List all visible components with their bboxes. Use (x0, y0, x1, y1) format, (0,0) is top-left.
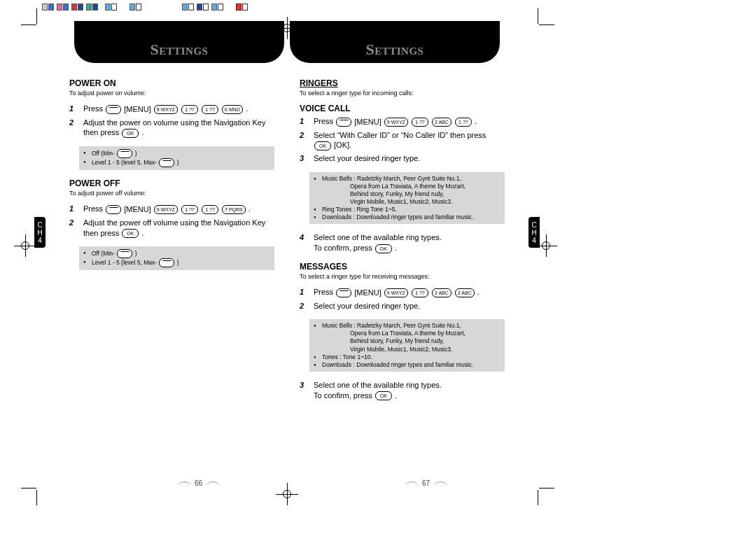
keypad-key-icon: 1 ?? (202, 205, 218, 214)
section-heading-ringers: RINGERS (300, 78, 505, 88)
softkey-icon (336, 118, 351, 127)
step: 2 Adjust the power on volume using the N… (69, 118, 274, 139)
keypad-key-icon: 9 WXYZ (154, 205, 178, 214)
step-number: 2 (300, 130, 308, 151)
keypad-key-icon: 1 ?? (202, 105, 218, 114)
softkey-icon (159, 158, 174, 167)
keypad-key-icon: 1 ?? (412, 288, 428, 297)
step-text: Adjust the power on volume using the Nav… (83, 118, 274, 139)
steps-list: 1 Press [MENU] 9 WXYZ 1 ?? 2 ABC 2 ABC . (300, 287, 505, 311)
step-text: Adjust the power off volume using the Na… (83, 218, 274, 239)
section-heading-messages: MESSAGES (300, 262, 505, 272)
softkey-icon (106, 205, 121, 214)
crop-tick-icon (539, 488, 554, 489)
chapter-letter: C (37, 221, 42, 229)
keypad-key-icon: 1 ?? (181, 205, 198, 214)
keypad-key-icon: 2 ABC (455, 288, 475, 297)
step: 1 Press [MENU] 9 WXYZ 1 ?? 2 ABC 2 ABC . (300, 287, 505, 298)
chapter-number: 4 (532, 237, 536, 244)
chapter-tab: C H 4 (528, 217, 540, 248)
step-text: Press [MENU] 9 WXYZ 1 ?? 2 ABC 1 ?? . (314, 116, 505, 127)
ok-key-icon: OK (314, 141, 331, 150)
chapter-letter: H (531, 229, 536, 237)
manual-spread: Settings C H 4 POWER ON To adjust power … (34, 21, 540, 490)
keypad-key-icon: 9 WXYZ (154, 105, 178, 114)
keypad-key-icon: 2 ABC (432, 118, 451, 127)
step-number: 2 (69, 118, 78, 139)
softkey-icon (117, 149, 132, 158)
keypad-key-icon: 2 ABC (432, 288, 451, 297)
page-title: Settings (366, 41, 424, 59)
chapter-letter: C (531, 221, 536, 229)
step: 2 Select “With Caller ID” or “No Caller … (300, 130, 505, 151)
step-text: Select one of the available ring types. … (314, 380, 505, 401)
registration-mark-icon (14, 234, 36, 257)
section-intro: To select a ringer type for receiving me… (300, 273, 505, 280)
folio-swash-icon (206, 482, 219, 486)
page-body: POWER ON To adjust power on volume: 1 Pr… (69, 76, 274, 470)
keypad-key-icon: 1 ?? (412, 118, 428, 127)
step-text: Select your desired ringer type. (314, 301, 505, 311)
step-number: 1 (69, 104, 78, 115)
softkey-icon (336, 288, 351, 297)
section-intro: To adjust power off volume: (69, 190, 274, 197)
crop-tick-icon (538, 490, 538, 505)
step: 3 Select your desired ringer type. (300, 153, 505, 164)
step-number: 3 (300, 153, 308, 164)
page-canvas: Settings C H 4 POWER ON To adjust power … (0, 0, 756, 534)
softkey-icon (117, 249, 132, 258)
steps-list: 1 Press [MENU] 9 WXYZ 1 ?? 1 ?? 7 PQRS . (69, 204, 274, 238)
folio-swash-icon (178, 482, 190, 486)
crop-tick-icon (36, 490, 37, 505)
ok-key-icon: OK (375, 391, 392, 400)
ok-key-icon: OK (375, 244, 392, 253)
section-intro: To select a ringer type for incoming cal… (300, 90, 505, 97)
chapter-tab: C H 4 (34, 217, 46, 248)
step-number: 2 (69, 218, 78, 239)
chapter-number: 4 (38, 237, 42, 244)
softkey-icon (159, 258, 174, 267)
info-box: Off (Min- ) Level 1 - 5 (level 5, Max- ) (79, 146, 274, 170)
step: 1 Press [MENU] 9 WXYZ 1 ?? 1 ?? 7 PQRS . (69, 204, 274, 215)
chapter-letter: H (37, 229, 42, 237)
folio-number: 67 (422, 479, 430, 487)
step-text: Press [MENU] 9 WXYZ 1 ?? 1 ?? 7 PQRS . (83, 204, 274, 215)
page-body: RINGERS To select a ringer type for inco… (300, 76, 505, 470)
keypad-key-icon: 6 MNO (222, 105, 243, 114)
steps-list: 1 Press [MENU] 9 WXYZ 1 ?? 1 ?? 6 MNO . … (69, 104, 274, 138)
steps-list: 3 Select one of the available ring types… (300, 380, 505, 401)
softkey-icon (106, 105, 121, 114)
keypad-key-icon: 7 PQRS (222, 205, 246, 214)
step: 2 Select your desired ringer type. (300, 301, 505, 311)
step-number: 3 (300, 380, 308, 401)
step-number: 2 (300, 301, 308, 311)
step-number: 1 (300, 287, 308, 298)
steps-list: 4 Select one of the available ring types… (300, 232, 505, 253)
keypad-key-icon: 9 WXYZ (384, 118, 408, 127)
step-text: Select “With Caller ID” or “No Caller ID… (314, 130, 505, 151)
step-number: 4 (300, 232, 308, 253)
section-heading-power-off: POWER OFF (69, 178, 274, 188)
step-text: Select your desired ringer type. (314, 153, 505, 164)
step: 1 Press [MENU] 9 WXYZ 1 ?? 2 ABC 1 ?? . (300, 116, 505, 127)
info-box: Off (Min- ) Level 1 - 5 (level 5, Max- ) (79, 246, 274, 270)
section-heading-power-on: POWER ON (69, 78, 274, 88)
folio-swash-icon (434, 482, 447, 486)
page-number: 67 (300, 479, 552, 487)
section-intro: To adjust power on volume: (69, 90, 274, 97)
page-right: Settings C H 4 RINGERS To select a ringe… (287, 21, 540, 490)
section-heading-voice-call: VOICE CALL (300, 104, 505, 113)
crop-tick-icon (539, 24, 554, 25)
folio-swash-icon (405, 482, 418, 486)
thumbnail-toolbar (42, 3, 248, 11)
step-number: 1 (300, 116, 308, 127)
page-header: Settings (290, 21, 500, 63)
step-number: 1 (69, 204, 78, 215)
step: 4 Select one of the available ring types… (300, 232, 505, 253)
folio-number: 66 (195, 479, 202, 487)
page-header: Settings (74, 21, 284, 63)
step-text: Select one of the available ring types. … (314, 232, 505, 253)
step: 1 Press [MENU] 9 WXYZ 1 ?? 1 ?? 6 MNO . (69, 104, 274, 115)
info-box: Music Bells : Radetzky March, Peer Gynt … (309, 319, 505, 371)
ok-key-icon: OK (122, 229, 139, 238)
